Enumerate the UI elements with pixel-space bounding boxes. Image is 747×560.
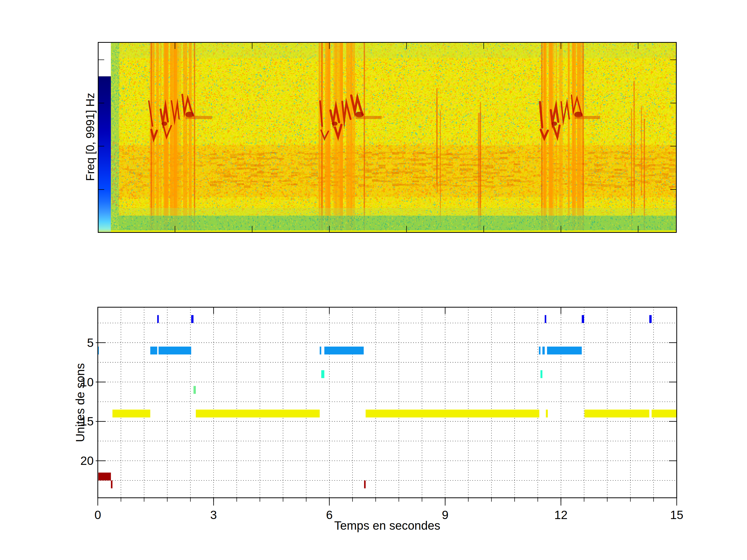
event-bar-unit-14 — [651, 410, 677, 418]
event-bar-unit-6 — [158, 347, 191, 354]
raster-xlabel: Temps en secondes — [334, 518, 440, 533]
event-bar-unit-14 — [366, 410, 540, 418]
event-bar-unit-14 — [112, 410, 150, 418]
event-bar-unit-22 — [98, 473, 111, 480]
event-bar-unit-6 — [547, 347, 582, 354]
spectrogram-ylabel: Freq [0, 9991] Hz — [84, 93, 97, 181]
event-bar-unit-23 — [111, 480, 112, 488]
x-tick-label: 6 — [326, 508, 333, 522]
x-tick-label: 0 — [95, 508, 101, 522]
event-bar-unit-6 — [150, 347, 157, 354]
event-bar-unit-14 — [584, 410, 649, 418]
x-tick-label: 15 — [670, 508, 683, 522]
event-bar-unit-6 — [320, 347, 321, 354]
event-bar-unit-2 — [157, 315, 159, 323]
event-bar-unit-14 — [196, 410, 320, 418]
raster-plot: 036912155101520 — [98, 307, 677, 498]
spectrogram-image — [98, 42, 677, 233]
x-tick-label: 3 — [210, 508, 217, 522]
event-bar-unit-6 — [539, 347, 541, 354]
event-bar-unit-6 — [542, 347, 545, 354]
event-bar-unit-2 — [545, 315, 546, 323]
event-bar-unit-23 — [364, 480, 366, 488]
y-tick-label: 5 — [87, 336, 94, 349]
event-bar-unit-9 — [321, 370, 325, 378]
x-tick-label: 12 — [554, 508, 568, 522]
axes-box — [98, 307, 677, 498]
event-bar-unit-2 — [649, 315, 651, 323]
event-bar-unit-6 — [324, 347, 364, 354]
event-bar-unit-9 — [541, 370, 542, 378]
event-bar-unit-2 — [582, 315, 584, 323]
x-tick-label: 9 — [442, 508, 448, 522]
event-bar-unit-14 — [546, 410, 548, 418]
event-bar-unit-11 — [194, 386, 196, 394]
event-bar-unit-2 — [191, 315, 194, 323]
raster-ylabel: Unites de sons — [73, 363, 87, 442]
figure-page: { "figure": { "background": "#ffffff" },… — [0, 0, 747, 560]
y-tick-label: 20 — [80, 454, 94, 468]
